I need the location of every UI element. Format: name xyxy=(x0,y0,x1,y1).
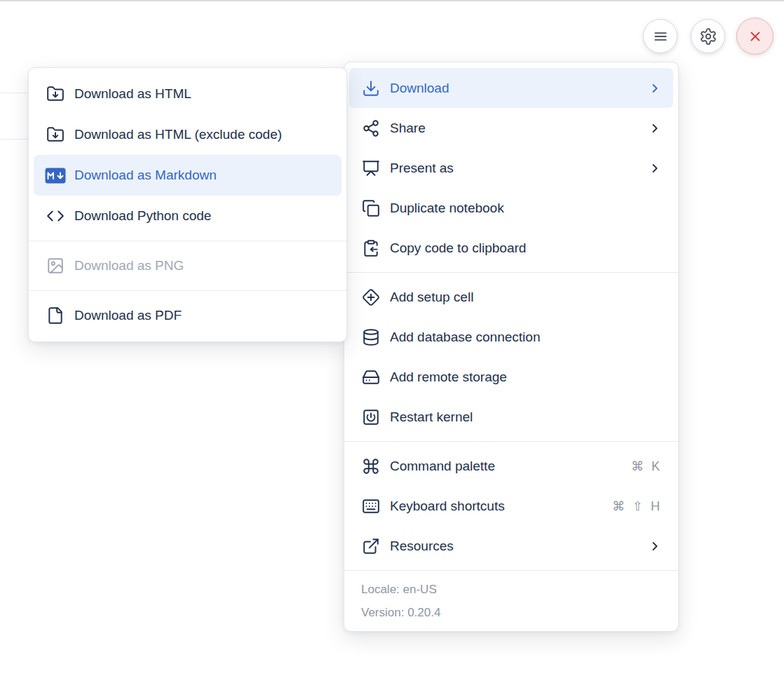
menu-item-label: Download as HTML xyxy=(74,86,330,102)
menu-item-label: Keyboard shortcuts xyxy=(390,499,604,514)
menu-item-label: Download xyxy=(390,81,640,96)
gear-icon xyxy=(699,27,717,46)
keyboard-shortcut-hint: ⌘ ⇧ H xyxy=(612,499,662,514)
keyboard-shortcut-hint: ⌘ K xyxy=(631,459,662,474)
menu-item-download-as-html[interactable]: Download as HTML xyxy=(34,74,342,114)
close-app-button[interactable] xyxy=(736,18,773,55)
menu-item-label: Share xyxy=(390,121,640,136)
menu-separator xyxy=(344,441,678,442)
menu-item-add-database-connection[interactable]: Add database connection xyxy=(349,317,673,357)
menu-item-download-as-html-exclude-code[interactable]: Download as HTML (exclude code) xyxy=(34,114,342,155)
menu-item-label: Present as xyxy=(390,161,640,176)
menu-item-present-as[interactable]: Present as xyxy=(349,148,673,188)
external-link-icon xyxy=(360,537,381,555)
menu-item-label: Add remote storage xyxy=(390,370,662,385)
keyboard-icon xyxy=(360,497,381,515)
menu-item-keyboard-shortcuts[interactable]: Keyboard shortcuts⌘ ⇧ H xyxy=(349,486,673,526)
square-power-icon xyxy=(360,408,381,426)
menu-item-copy-code-to-clipboard[interactable]: Copy code to clipboard xyxy=(349,228,673,268)
menu-item-label: Add database connection xyxy=(390,330,662,345)
menu-item-duplicate-notebook[interactable]: Duplicate notebook xyxy=(349,188,673,228)
menu-item-label: Add setup cell xyxy=(390,290,662,305)
menu-item-download[interactable]: Download xyxy=(349,68,673,108)
presentation-icon xyxy=(360,159,381,177)
chevron-right-icon xyxy=(648,121,662,135)
hard-drive-icon xyxy=(360,368,381,386)
menu-item-label: Command palette xyxy=(390,459,623,474)
chevron-right-icon xyxy=(648,161,662,175)
download-submenu: Download as HTMLDownload as HTML (exclud… xyxy=(28,67,347,342)
menu-item-download-as-markdown[interactable]: Download as Markdown xyxy=(34,155,342,196)
menu-item-label: Download as Markdown xyxy=(74,168,330,183)
database-icon xyxy=(360,328,381,346)
menu-separator xyxy=(29,241,346,241)
menu-item-label: Download Python code xyxy=(74,208,330,224)
page-top-border xyxy=(0,0,784,1)
menu-item-label: Restart kernel xyxy=(390,410,662,425)
close-icon xyxy=(747,28,764,45)
version-text: Version: 0.20.4 xyxy=(361,601,661,624)
share-icon xyxy=(360,119,381,137)
menu-item-share[interactable]: Share xyxy=(349,108,673,148)
folder-down-icon xyxy=(45,126,66,144)
menu-item-add-remote-storage[interactable]: Add remote storage xyxy=(349,357,673,397)
menu-item-label: Copy code to clipboard xyxy=(390,241,662,256)
locale-text: Locale: en-US xyxy=(361,578,661,601)
command-icon xyxy=(360,457,381,475)
chevron-right-icon xyxy=(648,81,662,95)
settings-button[interactable] xyxy=(691,19,725,53)
image-icon xyxy=(45,257,66,275)
menu-item-label: Download as PDF xyxy=(74,308,330,323)
markdown-icon xyxy=(45,168,66,184)
clipboard-copy-icon xyxy=(360,239,381,257)
menu-separator xyxy=(29,290,346,291)
menu-item-add-setup-cell[interactable]: Add setup cell xyxy=(349,277,673,317)
folder-down-icon xyxy=(45,85,66,103)
menu-separator xyxy=(344,272,678,273)
background-cell-border-bottom xyxy=(0,139,29,140)
copy-icon xyxy=(360,199,381,217)
menu-item-restart-kernel[interactable]: Restart kernel xyxy=(349,397,673,437)
download-icon xyxy=(360,79,381,97)
chevron-right-icon xyxy=(648,539,662,553)
menu-item-download-as-png: Download as PNG xyxy=(34,245,342,286)
notebook-menu-button[interactable] xyxy=(643,19,677,53)
menu-item-label: Download as PNG xyxy=(74,258,330,273)
menu-item-command-palette[interactable]: Command palette⌘ K xyxy=(349,446,673,486)
file-icon xyxy=(45,306,66,325)
menu-item-label: Resources xyxy=(390,539,640,554)
notebook-actions-menu: DownloadSharePresent asDuplicate noteboo… xyxy=(344,62,679,632)
background-cell-border-top xyxy=(0,93,29,93)
menu-item-download-python-code[interactable]: Download Python code xyxy=(34,196,342,236)
menu-item-label: Download as HTML (exclude code) xyxy=(74,127,330,142)
code-icon xyxy=(45,207,66,225)
diamond-plus-icon xyxy=(360,288,381,306)
menu-item-download-as-pdf[interactable]: Download as PDF xyxy=(34,295,342,336)
menu-item-label: Duplicate notebook xyxy=(390,201,662,216)
hamburger-icon xyxy=(651,27,670,46)
menu-item-resources[interactable]: Resources xyxy=(349,526,673,566)
menu-footer: Locale: en-USVersion: 0.20.4 xyxy=(344,570,678,625)
